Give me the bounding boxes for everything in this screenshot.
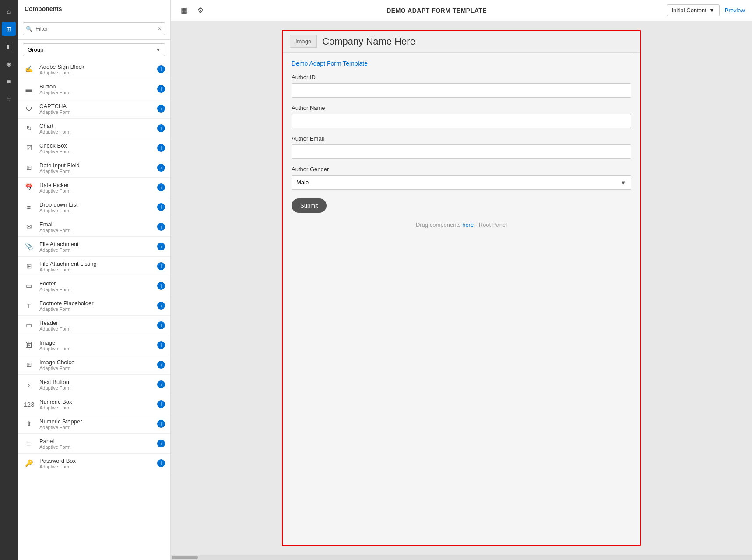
component-icon: ☑ xyxy=(23,142,35,154)
layout-icon[interactable]: ▦ xyxy=(178,4,190,17)
filter-input[interactable] xyxy=(23,22,165,35)
component-info-button[interactable]: i xyxy=(157,144,165,152)
initial-content-button[interactable]: Initial Content ▼ xyxy=(667,4,719,16)
icon-bar-layers[interactable]: ◧ xyxy=(2,39,16,53)
scrollbar-thumb xyxy=(172,556,198,559)
component-item-next-button[interactable]: ›Next ButtonAdaptive Formi xyxy=(18,375,170,394)
component-item-button[interactable]: ▬ButtonAdaptive Formi xyxy=(18,79,170,99)
component-item-footnote-placeholder[interactable]: TFootnote PlaceholderAdaptive Formi xyxy=(18,296,170,316)
component-info-button[interactable]: i xyxy=(157,341,165,349)
input-author-name[interactable] xyxy=(292,114,631,128)
component-name: Password Box xyxy=(39,458,157,464)
gender-select-wrap: Male Female Other ▼ xyxy=(292,175,631,190)
component-info: Image ChoiceAdaptive Form xyxy=(39,359,157,371)
icon-bar-data[interactable]: ◈ xyxy=(2,57,16,71)
component-item-adobe-sign-block[interactable]: ✍Adobe Sign BlockAdaptive Formi xyxy=(18,60,170,79)
icon-bar-settings[interactable]: ≡ xyxy=(2,74,16,88)
field-author-gender: Author Gender Male Female Other ▼ xyxy=(292,166,631,190)
component-type: Adaptive Form xyxy=(39,90,157,95)
component-info: File Attachment ListingAdaptive Form xyxy=(39,261,157,272)
component-item-drop-down-list[interactable]: ≡Drop-down ListAdaptive Formi xyxy=(18,197,170,217)
clear-filter-icon[interactable]: ✕ xyxy=(158,26,162,32)
bottom-scrollbar[interactable] xyxy=(171,555,752,560)
settings-icon[interactable]: ⚙ xyxy=(194,4,207,17)
component-info-button[interactable]: i xyxy=(157,203,165,211)
icon-bar-components[interactable]: ⊞ xyxy=(2,22,16,36)
component-list: ✍Adobe Sign BlockAdaptive Formi▬ButtonAd… xyxy=(18,60,170,560)
input-author-id[interactable] xyxy=(292,83,631,98)
component-type: Adaptive Form xyxy=(39,188,157,194)
select-author-gender[interactable]: Male Female Other xyxy=(292,175,631,190)
component-info-button[interactable]: i xyxy=(157,124,165,132)
icon-bar-home[interactable]: ⌂ xyxy=(2,4,16,18)
component-item-footer[interactable]: ▭FooterAdaptive Formi xyxy=(18,276,170,296)
group-select[interactable]: Group xyxy=(23,43,165,56)
component-item-password-box[interactable]: 🔑Password BoxAdaptive Formi xyxy=(18,454,170,473)
component-info-button[interactable]: i xyxy=(157,223,165,231)
filter-input-wrap: 🔍 ✕ xyxy=(23,22,165,35)
component-info-button[interactable]: i xyxy=(157,400,165,408)
component-item-header[interactable]: ▭HeaderAdaptive Formi xyxy=(18,316,170,335)
component-info-button[interactable]: i xyxy=(157,361,165,369)
component-info-button[interactable]: i xyxy=(157,85,165,93)
component-name: File Attachment Listing xyxy=(39,261,157,267)
component-info-button[interactable]: i xyxy=(157,440,165,447)
component-icon: 📅 xyxy=(23,181,35,194)
component-item-date-picker[interactable]: 📅Date PickerAdaptive Formi xyxy=(18,178,170,197)
component-info: File AttachmentAdaptive Form xyxy=(39,241,157,253)
component-name: Image Choice xyxy=(39,359,157,366)
component-item-captcha[interactable]: 🛡CAPTCHAAdaptive Formi xyxy=(18,99,170,119)
component-info-button[interactable]: i xyxy=(157,420,165,428)
submit-button[interactable]: Submit xyxy=(292,198,327,213)
icon-bar-help[interactable]: ≡ xyxy=(2,92,16,106)
form-subtitle: Demo Adapt Form Template xyxy=(292,60,631,67)
component-item-numeric-box[interactable]: 123Numeric BoxAdaptive Formi xyxy=(18,394,170,414)
component-info-button[interactable]: i xyxy=(157,164,165,172)
component-item-file-attachment[interactable]: 📎File AttachmentAdaptive Formi xyxy=(18,237,170,257)
sidebar-header: Components xyxy=(18,0,170,18)
preview-button[interactable]: Preview xyxy=(725,7,745,14)
component-info-button[interactable]: i xyxy=(157,459,165,467)
component-name: Chart xyxy=(39,123,157,129)
component-type: Adaptive Form xyxy=(39,169,157,174)
component-item-chart[interactable]: ↻ChartAdaptive Formi xyxy=(18,119,170,138)
component-item-check-box[interactable]: ☑Check BoxAdaptive Formi xyxy=(18,138,170,158)
component-item-file-attachment-listing[interactable]: ⊞File Attachment ListingAdaptive Formi xyxy=(18,257,170,276)
component-info: EmailAdaptive Form xyxy=(39,221,157,233)
drag-hint-link[interactable]: here xyxy=(462,222,474,228)
component-item-image[interactable]: 🖼ImageAdaptive Formi xyxy=(18,335,170,355)
component-type: Adaptive Form xyxy=(39,306,157,312)
label-author-id: Author ID xyxy=(292,74,631,81)
component-info-button[interactable]: i xyxy=(157,105,165,113)
component-icon: 🔑 xyxy=(23,457,35,469)
component-name: Header xyxy=(39,320,157,326)
component-item-image-choice[interactable]: ⊞Image ChoiceAdaptive Formi xyxy=(18,355,170,375)
component-info-button[interactable]: i xyxy=(157,65,165,73)
component-type: Adaptive Form xyxy=(39,149,157,154)
component-name: Drop-down List xyxy=(39,201,157,208)
component-name: Numeric Box xyxy=(39,398,157,405)
component-type: Adaptive Form xyxy=(39,385,157,391)
component-type: Adaptive Form xyxy=(39,464,157,469)
component-info: Footnote PlaceholderAdaptive Form xyxy=(39,300,157,312)
component-info-button[interactable]: i xyxy=(157,282,165,290)
component-info-button[interactable]: i xyxy=(157,262,165,270)
component-info-button[interactable]: i xyxy=(157,321,165,329)
initial-content-label: Initial Content xyxy=(671,7,706,14)
group-select-wrap: Group ▼ xyxy=(23,43,165,56)
form-header: Image Company Name Here xyxy=(283,31,640,53)
component-icon: ↻ xyxy=(23,122,35,134)
component-item-panel[interactable]: ≡PanelAdaptive Formi xyxy=(18,434,170,454)
component-name: Check Box xyxy=(39,142,157,149)
component-item-email[interactable]: ✉EmailAdaptive Formi xyxy=(18,217,170,237)
component-type: Adaptive Form xyxy=(39,405,157,410)
component-info-button[interactable]: i xyxy=(157,302,165,310)
component-type: Adaptive Form xyxy=(39,287,157,292)
component-item-date-input-field[interactable]: ⊞Date Input FieldAdaptive Formi xyxy=(18,158,170,178)
component-info-button[interactable]: i xyxy=(157,380,165,388)
component-info-button[interactable]: i xyxy=(157,243,165,250)
component-item-numeric-stepper[interactable]: ⇕Numeric StepperAdaptive Formi xyxy=(18,414,170,434)
component-info-button[interactable]: i xyxy=(157,183,165,191)
input-author-email[interactable] xyxy=(292,144,631,159)
component-info: Date PickerAdaptive Form xyxy=(39,182,157,194)
